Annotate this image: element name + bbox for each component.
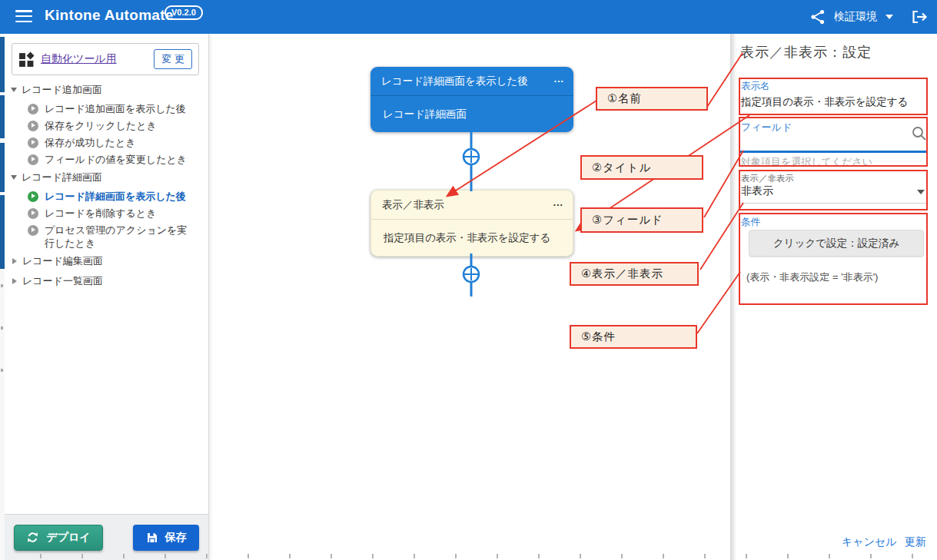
tree-event[interactable]: プロセス管理のアクションを実行したとき — [5, 221, 208, 251]
condition-set-button[interactable]: クリックで設定：設定済み — [749, 230, 924, 257]
field-input-underline — [740, 151, 927, 153]
annotation-condition: ⑤条件 — [570, 325, 697, 349]
annotation-field: ③フィールド — [580, 207, 703, 233]
visibility-underline — [740, 203, 927, 204]
tree-event[interactable]: フィールドの値を変更したとき — [5, 151, 208, 167]
tree-event-selected[interactable]: レコード詳細画面を表示した後 — [5, 187, 208, 204]
caret-down-icon — [11, 88, 17, 92]
save-button[interactable]: 保存 — [133, 525, 199, 551]
panel-title: 表示／非表示：設定 — [740, 43, 872, 61]
app-header: Kintone Automate V0.2.0 検証環境 — [0, 0, 937, 34]
play-circle-icon-green — [28, 191, 38, 202]
tree-group-record-detail[interactable]: レコード詳細画面 — [5, 167, 208, 187]
app-grid-icon — [18, 51, 35, 68]
condition-label: 条件 — [741, 216, 760, 229]
action-node[interactable]: 表示／非表示 ••• 指定項目の表示・非表示を設定する — [370, 190, 573, 257]
tree-event[interactable]: レコード追加画面を表示した後 — [5, 100, 208, 117]
display-name-value[interactable]: 指定項目の表示・非表示を設定する — [741, 95, 908, 109]
tree-group-record-list[interactable]: レコード一覧画面 — [5, 271, 208, 291]
caret-right-icon — [12, 278, 17, 284]
change-app-button[interactable]: 変 更 — [154, 49, 192, 69]
bottom-ruler-ticks — [0, 554, 937, 558]
play-circle-icon — [28, 208, 38, 219]
settings-panel: 表示／非表示：設定 表示名 指定項目の表示・非表示を設定する フィールド 対象項… — [730, 34, 937, 560]
annotation-title: ②タイトル — [580, 155, 703, 180]
action-node-header: 表示／非表示 ••• — [371, 191, 573, 220]
display-name-label: 表示名 — [741, 80, 770, 93]
trigger-node-header: レコード詳細画面を表示した後 ••• — [370, 67, 573, 96]
hamburger-menu-icon[interactable] — [15, 10, 32, 24]
search-icon[interactable] — [912, 126, 927, 141]
play-circle-icon — [28, 121, 38, 131]
play-circle-icon — [28, 138, 38, 148]
app-title: Kintone Automate — [45, 7, 174, 24]
condition-summary: (表示・非表示設定 = '非表示') — [746, 270, 878, 284]
visibility-select[interactable]: 非表示 — [741, 184, 773, 198]
logout-icon[interactable] — [910, 8, 929, 25]
node-menu-icon[interactable]: ••• — [554, 78, 564, 84]
select-caret-icon[interactable] — [917, 190, 925, 194]
sync-icon — [26, 531, 39, 544]
app-name-link[interactable]: 自動化ツール用 — [41, 52, 117, 66]
caret-down-icon — [11, 175, 17, 180]
sidebar: 自動化ツール用 変 更 レコード追加画面 レコード追加画面を表示した後 保存をク… — [5, 34, 209, 560]
caret-right-icon — [12, 258, 17, 264]
node-menu-icon[interactable]: ••• — [553, 202, 563, 208]
trigger-node[interactable]: レコード詳細画面を表示した後 ••• レコード詳細画面 — [370, 67, 573, 132]
app-card: 自動化ツール用 変 更 — [12, 43, 199, 75]
cancel-link[interactable]: キャンセル — [842, 535, 897, 549]
tree-event[interactable]: 保存が成功したとき — [5, 134, 208, 151]
tree-event[interactable]: 保存をクリックしたとき — [5, 117, 208, 134]
annotation-visibility: ④表示／非表示 — [570, 262, 699, 286]
tree-group-record-edit[interactable]: レコード編集画面 — [5, 251, 208, 271]
field-search-input[interactable] — [740, 132, 897, 151]
play-circle-icon — [28, 104, 38, 114]
trigger-node-subtitle: レコード詳細画面 — [370, 96, 573, 132]
version-badge: V0.2.0 — [164, 5, 203, 20]
field-placeholder-text: 対象項目を選択してください — [741, 155, 872, 169]
save-floppy-icon — [146, 532, 158, 544]
event-tree: レコード追加画面 レコード追加画面を表示した後 保存をクリックしたとき 保存が成… — [5, 80, 208, 291]
annotation-name: ①名前 — [596, 87, 708, 111]
update-link[interactable]: 更新 — [905, 535, 926, 549]
action-node-subtitle: 指定項目の表示・非表示を設定する — [371, 220, 573, 256]
kintone-automate-window: Kintone Automate V0.2.0 検証環境 — [0, 0, 937, 560]
edge-minimap-strip — [0, 34, 5, 560]
sidebar-footer: デプロイ 保存 — [5, 514, 208, 560]
share-icon[interactable] — [809, 8, 826, 25]
tree-group-record-add[interactable]: レコード追加画面 — [5, 80, 208, 100]
environment-selector[interactable]: 検証環境 — [834, 10, 877, 24]
chevron-down-icon[interactable] — [885, 15, 893, 19]
play-circle-icon — [28, 154, 38, 165]
deploy-button[interactable]: デプロイ — [14, 525, 103, 551]
visibility-label: 表示／非表示 — [741, 173, 794, 184]
tree-event[interactable]: レコードを削除するとき — [5, 204, 208, 221]
play-circle-icon — [28, 225, 38, 236]
